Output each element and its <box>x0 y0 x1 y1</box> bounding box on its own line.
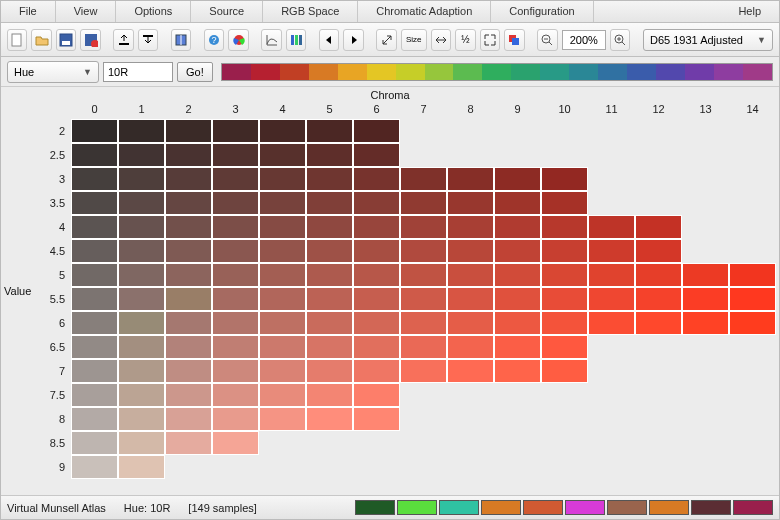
color-cell[interactable] <box>494 311 541 335</box>
color-cell[interactable] <box>118 335 165 359</box>
color-cell[interactable] <box>541 335 588 359</box>
color-cell[interactable] <box>71 263 118 287</box>
color-cell[interactable] <box>259 287 306 311</box>
color-cell[interactable] <box>71 455 118 479</box>
color-cell[interactable] <box>541 167 588 191</box>
info-icon[interactable]: ? <box>204 29 224 51</box>
color-cell[interactable] <box>635 311 682 335</box>
menu-chromadapt[interactable]: Chromatic Adaption <box>358 1 490 22</box>
color-cell[interactable] <box>306 263 353 287</box>
color-cell[interactable] <box>259 359 306 383</box>
color-cell[interactable] <box>71 215 118 239</box>
color-cell[interactable] <box>259 215 306 239</box>
color-cell[interactable] <box>353 143 400 167</box>
color-cell[interactable] <box>165 407 212 431</box>
color-cell[interactable] <box>212 263 259 287</box>
save-icon[interactable] <box>56 29 76 51</box>
color-cell[interactable] <box>541 215 588 239</box>
profile-dropdown[interactable]: D65 1931 Adjusted ▼ <box>643 29 773 51</box>
arrow-right-icon[interactable] <box>343 29 363 51</box>
color-cell[interactable] <box>165 335 212 359</box>
hue-input[interactable] <box>103 62 173 82</box>
color-cell[interactable] <box>588 311 635 335</box>
color-cell[interactable] <box>212 359 259 383</box>
color-cell[interactable] <box>71 119 118 143</box>
hue-strip[interactable] <box>221 63 773 81</box>
color-cell[interactable] <box>541 287 588 311</box>
color-cell[interactable] <box>118 191 165 215</box>
color-cell[interactable] <box>400 359 447 383</box>
color-cell[interactable] <box>212 287 259 311</box>
color-cell[interactable] <box>118 167 165 191</box>
color-cell[interactable] <box>165 263 212 287</box>
color-cell[interactable] <box>212 167 259 191</box>
color-cell[interactable] <box>447 215 494 239</box>
bars-icon[interactable] <box>286 29 306 51</box>
color-cell[interactable] <box>447 359 494 383</box>
color-cell[interactable] <box>259 311 306 335</box>
color-cell[interactable] <box>353 311 400 335</box>
color-cell[interactable] <box>353 215 400 239</box>
color-cell[interactable] <box>118 287 165 311</box>
zoom-out-icon[interactable] <box>537 29 557 51</box>
menu-options[interactable]: Options <box>116 1 190 22</box>
color-cell[interactable] <box>635 287 682 311</box>
color-cell[interactable] <box>259 383 306 407</box>
color-cell[interactable] <box>306 215 353 239</box>
color-cell[interactable] <box>353 263 400 287</box>
color-cell[interactable] <box>447 191 494 215</box>
color-cell[interactable] <box>306 407 353 431</box>
color-cell[interactable] <box>306 239 353 263</box>
color-cell[interactable] <box>541 263 588 287</box>
color-cell[interactable] <box>71 407 118 431</box>
color-cell[interactable] <box>588 215 635 239</box>
color-cell[interactable] <box>400 191 447 215</box>
curve-icon[interactable] <box>261 29 281 51</box>
color-cell[interactable] <box>118 311 165 335</box>
color-cell[interactable] <box>118 431 165 455</box>
color-cell[interactable] <box>494 287 541 311</box>
open-icon[interactable] <box>31 29 51 51</box>
color-cell[interactable] <box>447 287 494 311</box>
color-cell[interactable] <box>212 383 259 407</box>
color-cell[interactable] <box>541 191 588 215</box>
color-cell[interactable] <box>118 239 165 263</box>
color-cell[interactable] <box>588 263 635 287</box>
color-cell[interactable] <box>494 239 541 263</box>
color-cell[interactable] <box>212 215 259 239</box>
color-cell[interactable] <box>165 359 212 383</box>
color-cell[interactable] <box>165 287 212 311</box>
color-cell[interactable] <box>682 311 729 335</box>
menu-file[interactable]: File <box>1 1 55 22</box>
color-cell[interactable] <box>212 119 259 143</box>
color-cell[interactable] <box>165 431 212 455</box>
color-cell[interactable] <box>447 263 494 287</box>
menu-view[interactable]: View <box>56 1 116 22</box>
color-cell[interactable] <box>353 383 400 407</box>
color-cell[interactable] <box>71 311 118 335</box>
color-cell[interactable] <box>494 167 541 191</box>
color-cell[interactable] <box>635 239 682 263</box>
color-cell[interactable] <box>306 287 353 311</box>
color-cell[interactable] <box>541 311 588 335</box>
color-cell[interactable] <box>118 215 165 239</box>
color-cell[interactable] <box>259 407 306 431</box>
color-cell[interactable] <box>259 143 306 167</box>
color-cell[interactable] <box>71 431 118 455</box>
color-cell[interactable] <box>259 119 306 143</box>
color-cell[interactable] <box>588 239 635 263</box>
color-cell[interactable] <box>682 287 729 311</box>
color-cell[interactable] <box>353 407 400 431</box>
go-button[interactable]: Go! <box>177 62 213 82</box>
color-cell[interactable] <box>165 383 212 407</box>
arrow-left-icon[interactable] <box>319 29 339 51</box>
hue-selector-dropdown[interactable]: Hue ▼ <box>7 61 99 83</box>
color-cell[interactable] <box>353 167 400 191</box>
color-cell[interactable] <box>259 335 306 359</box>
color-cell[interactable] <box>212 143 259 167</box>
color-cell[interactable] <box>118 455 165 479</box>
size-label-icon[interactable]: Size <box>401 29 427 51</box>
color-cell[interactable] <box>306 359 353 383</box>
color-cell[interactable] <box>447 239 494 263</box>
resize-arrows-icon[interactable] <box>431 29 451 51</box>
